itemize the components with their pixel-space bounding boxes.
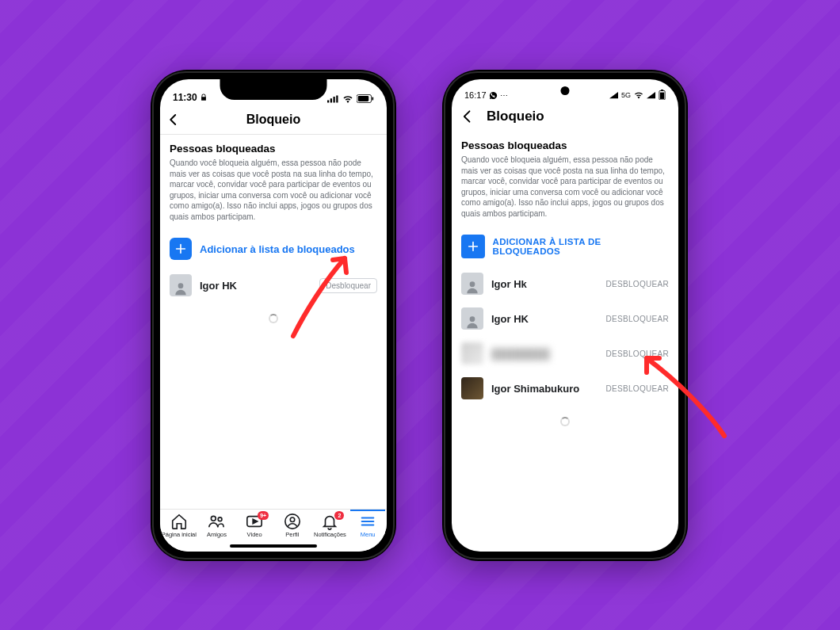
- svg-rect-14: [661, 90, 663, 90]
- add-to-blocked-button[interactable]: ADICIONAR À LISTA DE BLOQUEADOS: [461, 228, 669, 266]
- home-icon: [170, 513, 188, 530]
- svg-point-17: [470, 316, 475, 322]
- unblock-button[interactable]: DESBLOQUEAR: [606, 277, 669, 292]
- page-header: Bloqueio: [452, 101, 678, 132]
- page-title: Bloqueio: [487, 109, 544, 124]
- content-area[interactable]: Pessoas bloqueadas Quando você bloqueia …: [452, 132, 678, 552]
- tab-home[interactable]: Página inicial: [162, 513, 197, 538]
- more-icon: ⋯: [500, 91, 508, 100]
- svg-point-9: [219, 517, 223, 521]
- unblock-button[interactable]: DESBLOQUEAR: [606, 346, 669, 361]
- battery-icon: [357, 94, 374, 103]
- add-to-blocked-label: Adicionar à lista de bloqueados: [200, 243, 355, 255]
- svg-point-12: [290, 517, 295, 522]
- svg-point-7: [178, 283, 184, 288]
- svg-rect-2: [334, 97, 335, 103]
- loading-spinner: [269, 314, 278, 323]
- tab-profile[interactable]: Perfil: [275, 513, 310, 538]
- android-frame: 16:17 ⋯ 5G: [442, 70, 688, 561]
- blocked-row: ████████ DESBLOQUEAR: [461, 336, 669, 371]
- avatar-placeholder: [461, 273, 483, 295]
- svg-rect-0: [327, 100, 329, 102]
- blocked-row: Igor HK DESBLOQUEAR: [461, 301, 669, 336]
- badge-notifications: 2: [334, 511, 344, 520]
- svg-rect-15: [660, 93, 664, 99]
- svg-rect-5: [358, 96, 369, 101]
- avatar-placeholder: [170, 274, 192, 296]
- iphone-notch: [220, 79, 327, 100]
- background-pattern: [0, 0, 840, 630]
- svg-point-8: [212, 516, 216, 521]
- add-to-blocked-button[interactable]: Adicionar à lista de bloqueados: [170, 231, 377, 268]
- blocked-row: Igor HK Desbloquear: [170, 268, 377, 303]
- plus-icon: [461, 235, 485, 258]
- svg-rect-1: [330, 98, 332, 102]
- iphone-frame: 11:30 Bloqueio: [151, 70, 396, 561]
- blocked-user-name: ████████: [491, 348, 598, 360]
- back-button[interactable]: [166, 113, 181, 127]
- wifi-icon: [342, 95, 353, 103]
- menu-icon: [359, 513, 376, 530]
- blocked-user-name: Igor HK: [200, 280, 311, 292]
- avatar-placeholder: [461, 307, 483, 330]
- tab-menu[interactable]: Menu: [350, 510, 385, 538]
- unblock-button[interactable]: Desbloquear: [319, 278, 377, 293]
- blocked-user-name: Igor HK: [491, 313, 598, 325]
- signal-icon: [609, 91, 618, 99]
- wifi-icon: [634, 91, 643, 99]
- page-header: Bloqueio: [160, 105, 387, 135]
- lock-icon: [200, 94, 208, 101]
- blocked-user-name: Igor Hk: [491, 278, 598, 290]
- content-area[interactable]: Pessoas bloqueadas Quando você bloqueia …: [160, 135, 387, 509]
- blocked-row: Igor Shimabukuro DESBLOQUEAR: [461, 371, 669, 406]
- avatar-photo: [461, 377, 483, 399]
- blocked-user-name: Igor Shimabukuro: [491, 383, 598, 395]
- section-title: Pessoas bloqueadas: [170, 143, 377, 155]
- blocked-row: Igor Hk DESBLOQUEAR: [461, 266, 669, 301]
- svg-rect-6: [372, 97, 373, 100]
- status-time: 16:17: [464, 90, 487, 100]
- whatsapp-icon: [489, 91, 498, 100]
- profile-icon: [284, 513, 301, 530]
- tab-notifications[interactable]: 2 Notificações: [312, 513, 347, 538]
- iphone-screen: 11:30 Bloqueio: [160, 79, 387, 552]
- tab-video[interactable]: 9+ Video: [237, 513, 272, 538]
- signal-icon: [327, 95, 339, 103]
- add-to-blocked-label: ADICIONAR À LISTA DE BLOQUEADOS: [493, 237, 669, 256]
- battery-icon: [659, 90, 666, 100]
- friends-icon: [208, 513, 225, 530]
- android-screen: 16:17 ⋯ 5G: [452, 79, 678, 552]
- avatar-blurred: [461, 342, 483, 365]
- loading-spinner: [560, 417, 570, 426]
- svg-rect-3: [336, 95, 338, 102]
- back-button[interactable]: [460, 109, 475, 124]
- unblock-button[interactable]: DESBLOQUEAR: [606, 381, 669, 396]
- svg-point-16: [470, 281, 475, 287]
- section-description: Quando você bloqueia alguém, essa pessoa…: [461, 155, 669, 219]
- badge-video: 9+: [258, 511, 269, 520]
- signal-icon-2: [647, 91, 655, 99]
- section-description: Quando você bloqueia alguém, essa pessoa…: [170, 158, 377, 222]
- network-label: 5G: [621, 91, 631, 99]
- unblock-button[interactable]: DESBLOQUEAR: [606, 311, 669, 326]
- status-time: 11:30: [173, 92, 197, 103]
- section-title: Pessoas bloqueadas: [461, 139, 669, 151]
- punch-hole-camera: [561, 86, 570, 95]
- home-indicator[interactable]: [230, 544, 317, 548]
- plus-icon: [170, 238, 192, 260]
- page-title: Bloqueio: [246, 113, 300, 127]
- tab-friends[interactable]: Amigos: [199, 513, 234, 538]
